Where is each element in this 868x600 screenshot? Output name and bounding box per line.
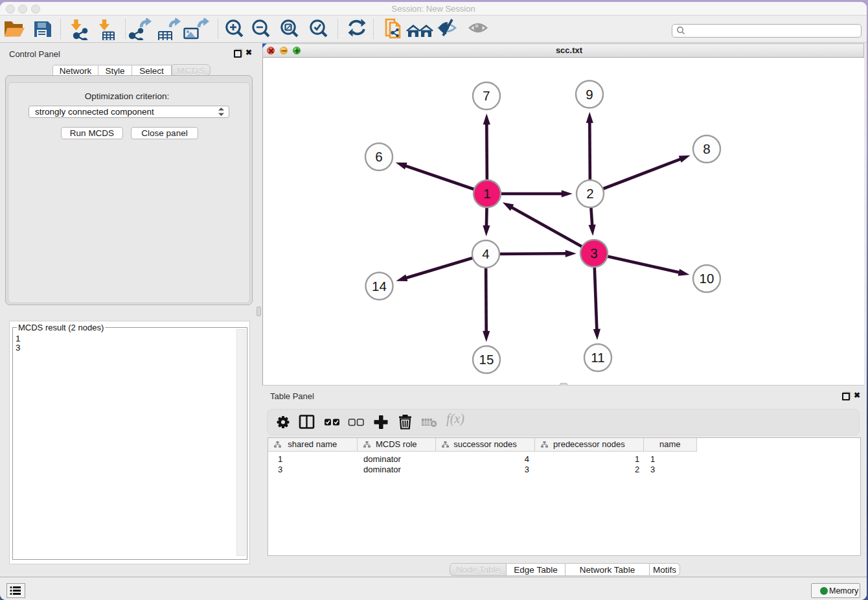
svg-text:3: 3 [590,246,597,261]
svg-text:4: 4 [482,247,489,262]
svg-text:10: 10 [700,271,714,286]
svg-text:9: 9 [586,87,593,102]
svg-text:11: 11 [591,351,604,365]
svg-text:15: 15 [479,352,494,367]
svg-text:8: 8 [703,142,710,157]
svg-text:7: 7 [483,89,490,104]
svg-text:2: 2 [586,187,593,202]
svg-text:14: 14 [372,279,387,294]
svg-text:1: 1 [483,187,490,202]
svg-text:6: 6 [375,150,382,165]
